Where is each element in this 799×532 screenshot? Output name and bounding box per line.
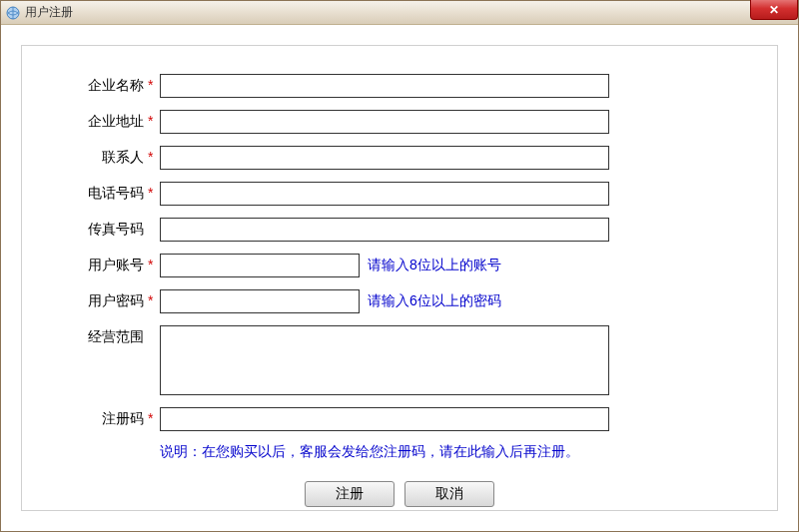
input-company-name[interactable] (160, 74, 609, 98)
row-reg-code: 注册码 * (72, 407, 727, 431)
hint-username: 请输入8位以上的账号 (360, 254, 501, 274)
input-phone[interactable] (160, 182, 609, 206)
close-button[interactable]: ✕ (750, 0, 798, 20)
app-icon (5, 5, 21, 21)
input-reg-code[interactable] (160, 407, 609, 431)
required-mark: * (144, 74, 160, 93)
row-business-scope: 经营范围 (72, 325, 727, 395)
hint-password: 请输入6位以上的密码 (360, 289, 501, 310)
input-company-address[interactable] (160, 110, 609, 134)
required-mark: * (144, 407, 160, 426)
row-fax: 传真号码 (72, 218, 727, 242)
label-password: 用户密码 (72, 289, 144, 310)
required-mark: * (144, 182, 160, 201)
required-mark: * (144, 289, 160, 308)
label-reg-code: 注册码 (72, 407, 144, 428)
row-company-address: 企业地址 * (72, 110, 727, 134)
note-label: 说明： (160, 443, 202, 459)
required-mark: * (144, 146, 160, 165)
label-fax: 传真号码 (72, 218, 144, 239)
row-password: 用户密码 * 请输入6位以上的密码 (72, 289, 727, 313)
row-contact: 联系人 * (72, 146, 727, 170)
input-contact[interactable] (160, 146, 609, 170)
input-username[interactable] (160, 254, 360, 277)
cancel-button[interactable]: 取消 (404, 481, 494, 507)
label-phone: 电话号码 (72, 182, 144, 203)
textarea-business-scope[interactable] (160, 325, 609, 395)
input-fax[interactable] (160, 218, 609, 242)
window-title: 用户注册 (25, 4, 73, 21)
registration-window: 用户注册 ✕ 企业名称 * 企业地址 * 联系人 * 电话号码 (0, 0, 799, 532)
required-mark: * (144, 254, 160, 272)
input-password[interactable] (160, 289, 360, 313)
label-company-name: 企业名称 (72, 74, 144, 95)
register-button[interactable]: 注册 (305, 481, 395, 507)
button-row: 注册 取消 (72, 481, 727, 507)
label-username: 用户账号 (72, 254, 144, 274)
row-company-name: 企业名称 * (72, 74, 727, 98)
required-mark: * (144, 110, 160, 129)
label-contact: 联系人 (72, 146, 144, 167)
row-username: 用户账号 * 请输入8位以上的账号 (72, 254, 727, 277)
titlebar: 用户注册 ✕ (1, 1, 798, 25)
content-area: 企业名称 * 企业地址 * 联系人 * 电话号码 * 传真号码 (1, 25, 798, 531)
row-phone: 电话号码 * (72, 182, 727, 206)
note-row: 说明：在您购买以后，客服会发给您注册码，请在此输入后再注册。 (72, 443, 727, 461)
label-company-address: 企业地址 (72, 110, 144, 131)
note-text: 在您购买以后，客服会发给您注册码，请在此输入后再注册。 (202, 443, 579, 459)
form-panel: 企业名称 * 企业地址 * 联系人 * 电话号码 * 传真号码 (21, 45, 778, 511)
close-icon: ✕ (769, 4, 779, 16)
label-business-scope: 经营范围 (72, 325, 144, 346)
